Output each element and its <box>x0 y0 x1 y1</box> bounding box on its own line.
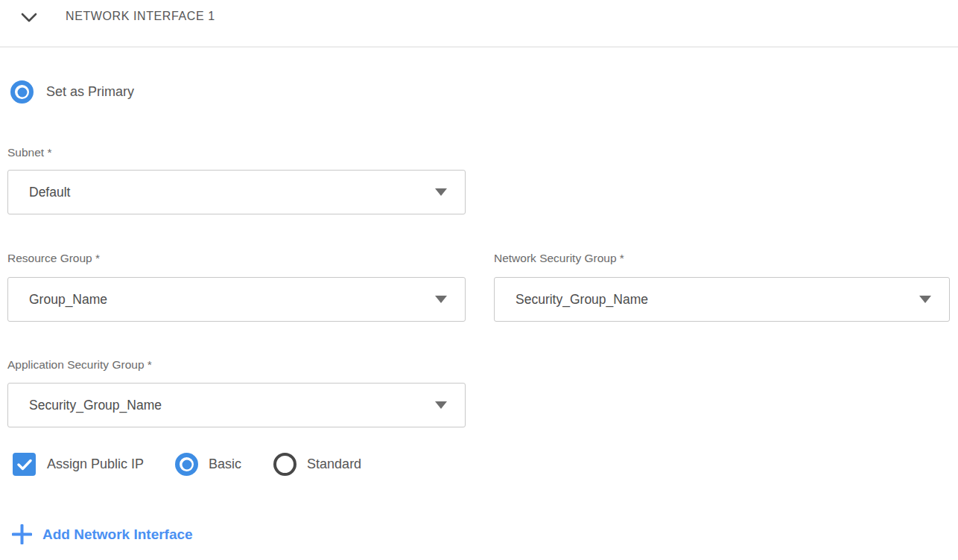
add-network-interface-button[interactable]: Add Network Interface <box>12 524 193 544</box>
application-security-group-value: Security_Group_Name <box>29 398 162 413</box>
resource-group-label: Resource Group * <box>7 252 100 265</box>
network-interface-form: NETWORK INTERFACE 1 Set as Primary Subne… <box>0 0 958 560</box>
basic-label: Basic <box>209 456 241 472</box>
dropdown-caret-icon <box>435 401 447 409</box>
set-as-primary-option: Set as Primary <box>10 80 134 104</box>
set-as-primary-label: Set as Primary <box>46 84 134 100</box>
assign-public-ip-row: Assign Public IP Basic Standard <box>13 453 361 476</box>
application-security-group-select[interactable]: Security_Group_Name <box>7 383 466 427</box>
add-network-interface-label: Add Network Interface <box>42 526 193 543</box>
standard-radio[interactable] <box>273 453 296 476</box>
chevron-down-icon <box>21 13 37 22</box>
network-security-group-select[interactable]: Security_Group_Name <box>494 277 950 322</box>
assign-public-ip-label: Assign Public IP <box>47 456 144 472</box>
subnet-select[interactable]: Default <box>7 170 466 214</box>
section-header: NETWORK INTERFACE 1 <box>0 0 958 47</box>
application-security-group-label: Application Security Group * <box>7 358 152 372</box>
subnet-value: Default <box>29 185 70 200</box>
standard-label: Standard <box>307 456 361 472</box>
network-security-group-label: Network Security Group * <box>494 252 624 265</box>
resource-group-value: Group_Name <box>29 292 107 308</box>
dropdown-caret-icon <box>919 296 931 303</box>
section-divider <box>0 46 958 48</box>
basic-radio[interactable] <box>175 453 198 476</box>
collapse-section-button[interactable] <box>19 7 39 27</box>
plus-icon <box>12 524 32 544</box>
dropdown-caret-icon <box>435 296 447 303</box>
dropdown-caret-icon <box>435 188 447 196</box>
network-security-group-value: Security_Group_Name <box>516 292 648 308</box>
subnet-label: Subnet * <box>7 146 51 159</box>
set-as-primary-radio[interactable] <box>10 80 34 104</box>
check-icon <box>17 459 32 471</box>
section-title: NETWORK INTERFACE 1 <box>66 10 215 23</box>
assign-public-ip-checkbox[interactable] <box>13 453 36 476</box>
resource-group-select[interactable]: Group_Name <box>7 277 466 322</box>
